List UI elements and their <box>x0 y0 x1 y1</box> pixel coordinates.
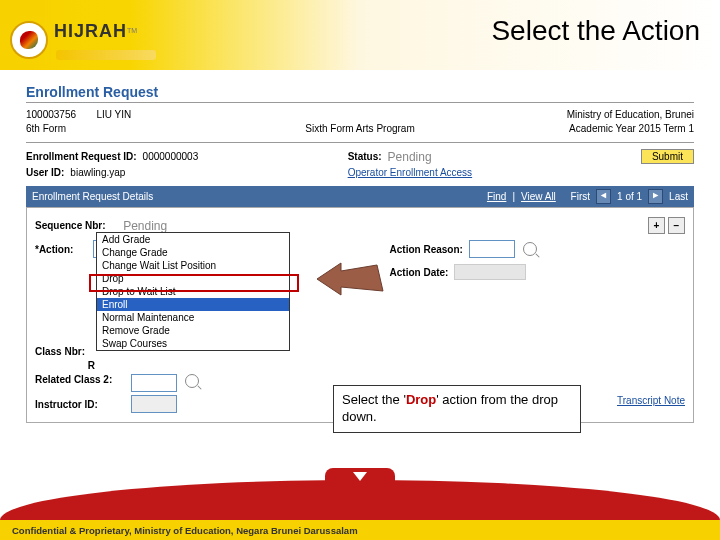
position: 1 of 1 <box>617 191 642 202</box>
action-dropdown-list[interactable]: Add Grade Change Grade Change Wait List … <box>96 232 290 351</box>
slide-title: Select the Action <box>491 15 700 47</box>
date-field <box>454 264 526 280</box>
req-id-label: Enrollment Request ID: <box>26 151 137 162</box>
lookup-icon[interactable] <box>185 374 199 388</box>
r-label: R <box>35 360 95 371</box>
divider <box>26 102 694 103</box>
add-row-button[interactable]: + <box>648 217 665 234</box>
callout-arrow-icon <box>317 253 387 308</box>
last-label: Last <box>669 191 688 202</box>
submit-button[interactable]: Submit <box>641 149 694 164</box>
action-label: *Action: <box>35 244 87 255</box>
next-icon[interactable]: ► <box>648 189 663 204</box>
first-label: First <box>571 191 590 202</box>
reason-input[interactable] <box>469 240 515 258</box>
brand-name: HIJRAH <box>54 21 127 41</box>
option-add-grade[interactable]: Add Grade <box>97 233 289 246</box>
rel2-label: Related Class 2: <box>35 374 125 392</box>
user-id-value: biawling.yap <box>70 167 125 178</box>
footer-chevron-icon <box>325 468 395 492</box>
details-title: Enrollment Request Details <box>32 191 153 202</box>
option-change-wl[interactable]: Change Wait List Position <box>97 259 289 272</box>
class-nbr-label: Class Nbr: <box>35 346 95 357</box>
option-remove-grade[interactable]: Remove Grade <box>97 324 289 337</box>
footer: Confidential & Proprietary, Ministry of … <box>0 480 720 540</box>
option-swap[interactable]: Swap Courses <box>97 337 289 350</box>
user-id-label: User ID: <box>26 167 64 178</box>
req-id-value: 0000000003 <box>143 151 199 162</box>
brand-logo: HIJRAHTM <box>10 21 156 60</box>
option-normal[interactable]: Normal Maintenance <box>97 311 289 324</box>
footer-text: Confidential & Proprietary, Ministry of … <box>12 525 358 536</box>
rel2-input[interactable] <box>131 374 177 392</box>
trademark: TM <box>127 26 137 33</box>
divider <box>26 142 694 143</box>
slide-header: HIJRAHTM Select the Action <box>0 0 720 70</box>
ministry: Ministry of Education, Brunei <box>567 109 694 120</box>
term: Academic Year 2015 Term 1 <box>569 123 694 134</box>
details-bar: Enrollment Request Details Find | View A… <box>26 186 694 207</box>
student-name: LIU YIN <box>96 109 131 120</box>
slogan-bar <box>56 50 156 60</box>
option-drop-wl[interactable]: Drop to Wait List <box>97 285 289 298</box>
seq-label: Sequence Nbr: <box>35 220 106 231</box>
date-label: Action Date: <box>390 267 449 278</box>
option-change-grade[interactable]: Change Grade <box>97 246 289 259</box>
transcript-link[interactable]: Transcript Note <box>617 395 685 413</box>
reason-label: Action Reason: <box>390 244 463 255</box>
remove-row-button[interactable]: − <box>668 217 685 234</box>
view-all-link[interactable]: View All <box>521 191 556 202</box>
find-link[interactable]: Find <box>487 191 506 202</box>
form-level: 6th Form <box>26 123 66 134</box>
program: Sixth Form Arts Program <box>305 123 414 134</box>
instruction-callout: Select the 'Drop' action from the drop d… <box>333 385 581 433</box>
logo-emblem-icon <box>10 21 48 59</box>
operator-access-link[interactable]: Operator Enrollment Access <box>348 167 473 178</box>
status-label: Status: <box>348 151 382 162</box>
seq-value: Pending <box>123 219 167 233</box>
student-id: 100003756 <box>26 109 76 120</box>
option-enroll[interactable]: Enroll <box>97 298 289 311</box>
section-heading: Enrollment Request <box>26 84 694 100</box>
lookup-icon[interactable] <box>523 242 537 256</box>
svg-marker-0 <box>317 263 383 295</box>
instructor-input <box>131 395 177 413</box>
instructor-label: Instructor ID: <box>35 399 125 410</box>
status-value: Pending <box>388 150 432 164</box>
prev-icon[interactable]: ◄ <box>596 189 611 204</box>
option-drop[interactable]: Drop <box>97 272 289 285</box>
